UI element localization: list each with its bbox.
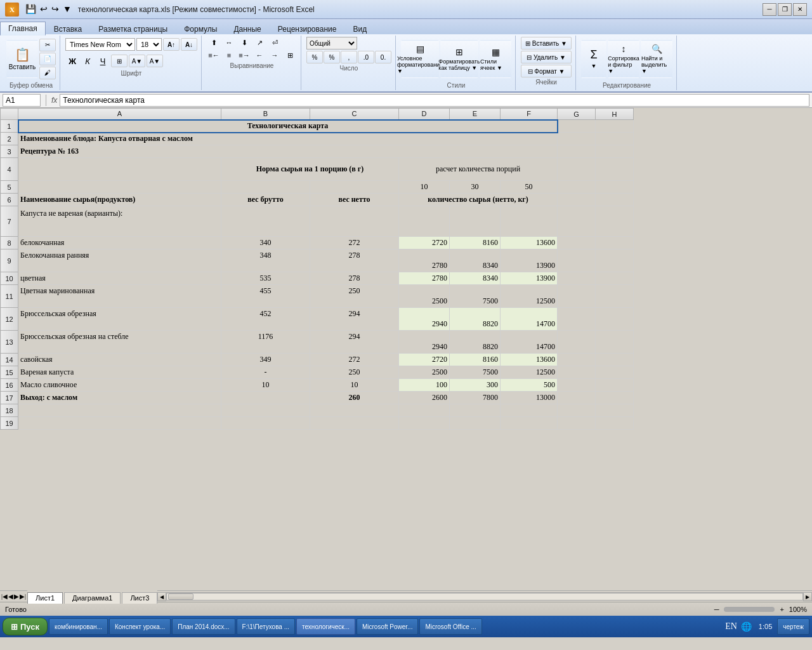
cell-d9[interactable]: 2780 [399, 249, 450, 272]
format-cell-btn[interactable]: ⊟ Формат ▼ [521, 65, 572, 77]
cell-d14[interactable]: 2720 [399, 354, 450, 366]
cell-g11[interactable] [558, 285, 596, 308]
cell-h6[interactable] [596, 194, 634, 206]
comma-btn[interactable]: , [341, 51, 357, 63]
cell-e5[interactable]: 30 [450, 181, 501, 194]
cell-h14[interactable] [596, 354, 634, 366]
cell-c6[interactable]: вес нетто [310, 194, 399, 206]
delete-cell-btn[interactable]: ⊟ Удалить ▼ [521, 51, 572, 63]
zoom-out-btn[interactable]: ─ [714, 606, 719, 613]
decrease-font-btn[interactable]: A↓ [181, 38, 197, 51]
cell-b15[interactable]: - [221, 366, 310, 379]
cell-f12[interactable]: 14700 [501, 308, 558, 331]
cell-c15[interactable]: 250 [310, 366, 399, 379]
cell-d12[interactable]: 2940 [399, 308, 450, 331]
cell-d17[interactable]: 2600 [399, 392, 450, 404]
cell-g16[interactable] [558, 379, 596, 392]
align-middle-btn[interactable]: ↔ [222, 37, 236, 48]
cell-h12[interactable] [596, 308, 634, 331]
font-name-select[interactable]: Times New Rom [65, 38, 135, 51]
sheet-nav-prev[interactable]: ◀ [8, 593, 13, 600]
col-header-b[interactable]: B [221, 109, 310, 120]
cell-f9[interactable]: 13900 [501, 249, 558, 272]
bold-button[interactable]: Ж [65, 55, 79, 67]
merge-center-btn[interactable]: ⊞ [283, 50, 297, 61]
cell-b4[interactable]: Норма сырья на 1 порцию (в г) [221, 158, 399, 181]
cell-a9[interactable]: Белокочанная ранняя [18, 249, 221, 272]
cell-c18[interactable] [310, 404, 399, 417]
cell-g8[interactable] [558, 237, 596, 249]
cell-d8[interactable]: 2720 [399, 237, 450, 249]
cell-g19[interactable] [558, 417, 596, 430]
cell-h10[interactable] [596, 272, 634, 285]
redo-quick-btn[interactable]: ↪ [50, 3, 60, 15]
undo-quick-btn[interactable]: ↩ [39, 3, 49, 15]
cell-c12[interactable]: 294 [310, 308, 399, 331]
taskbar-app-4[interactable]: F:\1\Петухова ... [237, 618, 295, 635]
cell-a15[interactable]: Вареная капуста [18, 366, 221, 379]
insert-cell-btn[interactable]: ⊞ Вставить ▼ [521, 37, 572, 50]
cell-f17[interactable]: 13000 [501, 392, 558, 404]
cell-a10[interactable]: цветная [18, 272, 221, 285]
cell-e18[interactable] [450, 404, 501, 417]
taskbar-app-5[interactable]: Microsoft Power... [357, 618, 418, 635]
align-left-btn[interactable]: ≡← [207, 50, 221, 61]
cell-b6[interactable]: вес брутто [221, 194, 310, 206]
tab-home[interactable]: Главная [0, 22, 46, 36]
cell-h13[interactable] [596, 331, 634, 354]
cell-h19[interactable] [596, 417, 634, 430]
percent-btn[interactable]: % [324, 51, 340, 63]
col-header-c[interactable]: C [310, 109, 399, 120]
cell-e17[interactable]: 7800 [450, 392, 501, 404]
align-top-btn[interactable]: ⬆ [207, 37, 221, 48]
cell-a13[interactable]: Брюссельская обрезная на стебле [18, 331, 221, 354]
cell-a6[interactable]: Наименование сырья(продуктов) [18, 194, 221, 206]
cell-c17[interactable]: 260 [310, 392, 399, 404]
cell-c13[interactable]: 294 [310, 331, 399, 354]
cell-styles-btn[interactable]: ▦ Стили ячеек ▼ [480, 40, 511, 78]
cell-f5[interactable]: 50 [501, 181, 558, 194]
cell-d7[interactable] [399, 206, 450, 237]
cell-b12[interactable]: 452 [221, 308, 310, 331]
paste-button[interactable]: 📋 Вставить [6, 40, 38, 78]
sum-btn[interactable]: Σ ▼ [581, 40, 606, 78]
tab-data[interactable]: Данные [225, 22, 269, 36]
cell-g6[interactable] [558, 194, 596, 206]
cell-f19[interactable] [501, 417, 558, 430]
cell-g3[interactable] [558, 145, 596, 158]
taskbar-app-3[interactable]: План 2014.docx... [172, 618, 235, 635]
cell-f8[interactable]: 13600 [501, 237, 558, 249]
col-header-d[interactable]: D [399, 109, 450, 120]
formula-input[interactable] [60, 94, 809, 107]
format-painter-button[interactable]: 🖌 [39, 67, 56, 79]
cell-reference[interactable] [3, 94, 41, 107]
cell-g9[interactable] [558, 249, 596, 272]
text-angle-btn[interactable]: ↗ [252, 37, 266, 48]
cell-h16[interactable] [596, 379, 634, 392]
cell-g13[interactable] [558, 331, 596, 354]
cell-g15[interactable] [558, 366, 596, 379]
taskbar-app-6[interactable]: Microsoft Office ... [419, 618, 481, 635]
col-header-f[interactable]: F [501, 109, 558, 120]
cell-d16[interactable]: 100 [399, 379, 450, 392]
currency-btn[interactable]: % [306, 51, 323, 63]
number-format-select[interactable]: Общий [306, 37, 357, 50]
cell-d15[interactable]: 2500 [399, 366, 450, 379]
copy-button[interactable]: 📄 [39, 53, 56, 65]
cell-f13[interactable]: 14700 [501, 331, 558, 354]
italic-button[interactable]: К [81, 55, 95, 67]
cell-e14[interactable]: 8160 [450, 354, 501, 366]
cell-e13[interactable]: 8820 [450, 331, 501, 354]
cell-c10[interactable]: 278 [310, 272, 399, 285]
cell-a19[interactable] [18, 417, 221, 430]
cell-e15[interactable]: 7500 [450, 366, 501, 379]
cell-g4[interactable] [558, 158, 596, 181]
col-header-h[interactable]: H [596, 109, 634, 120]
close-btn[interactable]: ✕ [793, 3, 807, 16]
cell-h1[interactable] [596, 120, 634, 133]
cell-f15[interactable]: 12500 [501, 366, 558, 379]
conditional-format-btn[interactable]: ▤ Условное форматирование ▼ [401, 40, 439, 78]
cell-f11[interactable]: 12500 [501, 285, 558, 308]
cell-e16[interactable]: 300 [450, 379, 501, 392]
scroll-right-btn[interactable]: ▶ [803, 592, 812, 601]
